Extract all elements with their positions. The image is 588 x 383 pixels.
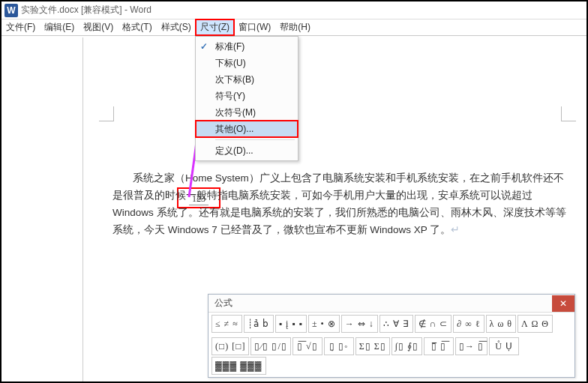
corner-mark-tl — [99, 106, 114, 121]
dd-label: 次下标(B) — [215, 73, 254, 86]
menu-format[interactable]: 格式(T) — [118, 19, 156, 35]
titlebar: W 实验文件.docx [兼容模式] - Word — [2, 1, 586, 19]
menu-view[interactable]: 视图(V) — [79, 19, 118, 35]
menu-edit[interactable]: 编辑(E) — [40, 19, 79, 35]
menu-help[interactable]: 帮助(H) — [275, 19, 315, 35]
eq-btn-set[interactable]: ∉ ∩ ⊂ — [415, 315, 452, 333]
menu-file[interactable]: 文件(F) — [2, 19, 40, 35]
corner-mark-tr — [561, 106, 576, 121]
dd-item-standard[interactable]: ✓ 标准(F) — [196, 38, 298, 55]
dd-label: 次符号(M) — [215, 106, 256, 119]
eq-btn-matrix[interactable]: ▓▓▓ ▓▓▓ — [212, 357, 266, 375]
eq-btn-misc[interactable]: ∂ ∞ ℓ — [453, 315, 484, 333]
document-body[interactable]: 系统之家（Home System）广义上包含了电脑系统安装和手机系统安装，在之前… — [112, 170, 568, 239]
eq-btn-labeled-arrow[interactable]: ▯→ ▯͞ — [455, 337, 488, 355]
dd-item-subsubscript[interactable]: 次下标(B) — [196, 71, 298, 88]
dd-label: 下标(U) — [215, 57, 246, 70]
menu-size[interactable]: 尺寸(Z) — [196, 19, 234, 35]
paragraph-text: 系统之家（Home System）广义上包含了电脑系统安装和手机系统安装，在之前… — [112, 172, 566, 235]
eq-btn-integral[interactable]: ∫▯ ∮▯ — [392, 337, 422, 355]
eq-btn-fences[interactable]: (□) [□] — [212, 337, 249, 355]
word-icon: W — [4, 4, 18, 17]
eq-btn-operators[interactable]: ± • ⊗ — [308, 315, 340, 333]
eq-btn-sum[interactable]: Σ▯ Σ▯ — [356, 337, 390, 355]
eol-marker: ↵ — [451, 224, 460, 235]
eq-btn-greek-lower[interactable]: λ ω θ — [486, 315, 516, 333]
menubar: 文件(F) 编辑(E) 视图(V) 格式(T) 样式(S) 尺寸(Z) 窗口(W… — [2, 19, 586, 36]
dd-label: 符号(Y) — [215, 90, 245, 103]
eq-btn-subscripts[interactable]: ▯͞ √▯ — [292, 337, 322, 355]
dd-label: 其他(O)... — [215, 123, 254, 136]
page-shadow — [82, 37, 83, 382]
eq-btn-relational[interactable]: ≤ ≠ ≈ — [212, 315, 242, 333]
eq-btn-spaces[interactable]: ▪ į ▪ ▪ — [275, 315, 307, 333]
eq-btn-supersub[interactable]: ▯̣ ▯◦ — [324, 337, 354, 355]
dd-label: 定义(D)... — [215, 145, 254, 157]
menu-style[interactable]: 样式(S) — [157, 19, 196, 35]
equation-panel: 公式 ✕ ≤ ≠ ≈ ┊ả ḃ ▪ į ▪ ▪ ± • ⊗ → ⇔ ↓ ∴ ∀ … — [208, 294, 575, 378]
dd-item-subsymbol[interactable]: 次符号(M) — [196, 104, 298, 121]
dd-separator — [215, 139, 295, 140]
close-button[interactable]: ✕ — [552, 295, 574, 312]
menu-window[interactable]: 窗口(W) — [234, 19, 275, 35]
eq-btn-overbar[interactable]: ▯̅ ▯͞ — [424, 337, 454, 355]
dd-item-subscript[interactable]: 下标(U) — [196, 55, 298, 71]
close-icon: ✕ — [560, 298, 567, 309]
eq-btn-fractions[interactable]: ▯⁄▯ ▯/▯ — [250, 337, 290, 355]
window-title: 实验文件.docx [兼容模式] - Word — [21, 4, 152, 16]
equation-title: 公式 — [214, 297, 232, 310]
dd-item-symbol[interactable]: 符号(Y) — [196, 88, 298, 104]
equation-toolbar-row2: (□) [□] ▯⁄▯ ▯/▯ ▯͞ √▯ ▯̣ ▯◦ Σ▯ Σ▯ ∫▯ ∮▯ … — [208, 335, 574, 377]
dd-item-other[interactable]: 其他(O)... — [196, 121, 298, 137]
dd-label: 标准(F) — [215, 40, 244, 53]
check-icon: ✓ — [200, 41, 208, 52]
eq-btn-embellish[interactable]: ┊ả ḃ — [244, 315, 274, 333]
dd-item-define[interactable]: 定义(D)... — [196, 142, 298, 159]
eq-btn-arrows[interactable]: → ⇔ ↓ — [341, 315, 378, 333]
size-dropdown: ✓ 标准(F) 下标(U) 次下标(B) 符号(Y) 次符号(M) 其他(O).… — [195, 36, 298, 161]
eq-btn-greek-upper[interactable]: Λ Ω Θ — [518, 315, 553, 333]
equation-toolbar-row1: ≤ ≠ ≈ ┊ả ḃ ▪ į ▪ ▪ ± • ⊗ → ⇔ ↓ ∴ ∀ ∃ ∉ ∩… — [208, 313, 574, 335]
eq-btn-product[interactable]: Ů Ụ — [489, 337, 519, 355]
equation-header[interactable]: 公式 ✕ — [208, 295, 574, 313]
eq-btn-logical[interactable]: ∴ ∀ ∃ — [380, 315, 413, 333]
